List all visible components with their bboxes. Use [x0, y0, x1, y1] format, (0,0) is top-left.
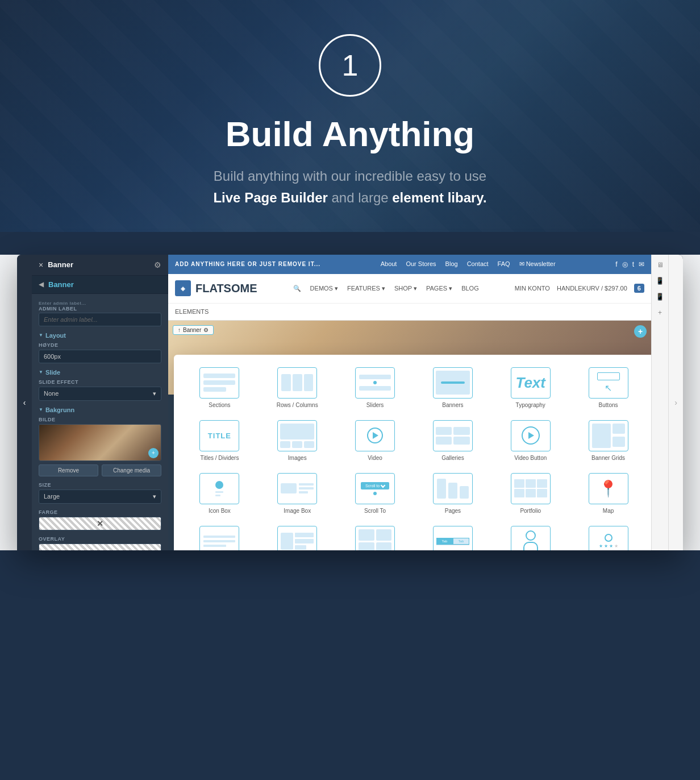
element-testimonials[interactable]: ★ ★ ★ ★ Testimonials: [572, 522, 645, 550]
map-label: Map: [603, 508, 614, 515]
nav-contact[interactable]: Contact: [467, 260, 489, 268]
nav-site-blog[interactable]: BLOG: [461, 285, 479, 292]
height-input[interactable]: 600px: [39, 350, 161, 363]
overlay-group: OVERLAY: [39, 536, 161, 550]
images-label: Images: [288, 455, 307, 462]
close-button[interactable]: ×: [39, 260, 43, 269]
slide-effect-label: SLIDE EFFECT: [39, 379, 161, 385]
nav-faq[interactable]: FAQ: [498, 260, 510, 268]
nav-back-arrow[interactable]: ◀: [39, 280, 44, 288]
banner-label: ↑ Banner ⚙: [173, 325, 214, 335]
element-bannergrids[interactable]: Banner Grids: [572, 417, 645, 465]
nav-shop[interactable]: SHOP ▾: [394, 285, 417, 292]
nav-blog[interactable]: Blog: [445, 260, 458, 268]
element-team[interactable]: Team Member: [494, 522, 567, 550]
mail-icon[interactable]: ✉: [639, 260, 644, 268]
element-sections[interactable]: Sections: [183, 364, 256, 412]
builder-area: ‹ × Banner ⚙ ◀ Banner Enter admin label.…: [0, 255, 700, 550]
rows-columns-icon: [277, 367, 317, 399]
element-sliders[interactable]: Sliders: [339, 364, 412, 412]
element-productcat[interactable]: Product Categories: [261, 522, 334, 550]
builder-left-nav[interactable]: ‹: [17, 255, 32, 550]
element-typography[interactable]: Text Typography: [494, 364, 567, 412]
top-toolbar: ADD ANYTHING HERE OR JUST REMOVE IT... A…: [168, 255, 651, 274]
handlekurv[interactable]: HANDLEKURV / $297.00: [557, 285, 627, 292]
element-tabs[interactable]: Tab Tab Tabs: [416, 522, 489, 550]
nav-stores[interactable]: Our Stores: [406, 260, 436, 268]
element-messagebox[interactable]: Message box: [183, 522, 256, 550]
change-media-button[interactable]: Change media: [102, 464, 161, 476]
element-iconbox[interactable]: Icon Box: [183, 470, 256, 518]
iconbox-icon: [199, 473, 239, 504]
element-banners[interactable]: Banners: [416, 364, 489, 412]
size-group: SIZE Large ▾: [39, 482, 161, 504]
typography-icon: Text: [511, 367, 551, 399]
site-nav-links: 🔍 DEMOS ▾ FEATURES ▾ SHOP ▾ PAGES ▾ BLOG: [293, 285, 479, 292]
remove-button[interactable]: Remove: [39, 464, 98, 476]
elements-nav[interactable]: ELEMENTS: [175, 308, 209, 315]
banner-add-button[interactable]: +: [634, 325, 647, 338]
admin-label-text: Enter admin label...: [39, 301, 161, 306]
farge-label: FARGE: [39, 509, 161, 515]
logo-icon: ◈: [175, 280, 191, 296]
right-desktop-icon[interactable]: 🖥: [655, 259, 666, 271]
tw-icon[interactable]: t: [632, 260, 634, 268]
toolbar-icons: f ◎ t ✉: [615, 260, 644, 268]
titles-label: Titles / Dividers: [200, 455, 239, 462]
right-panel: 🖥 📱 📱 +: [651, 255, 668, 550]
nav-features[interactable]: FEATURES ▾: [347, 285, 385, 292]
sliders-icon: [355, 367, 395, 399]
banner-up-arrow: ↑: [178, 327, 181, 333]
step-number: 1: [342, 48, 359, 82]
element-buttons[interactable]: ↖ Buttons: [572, 364, 645, 412]
banner-area: ↑ Banner ⚙ + ✥ Text Box +: [168, 321, 651, 550]
buttons-label: Buttons: [599, 402, 618, 409]
farge-color-input[interactable]: ✕: [39, 517, 161, 530]
banner-settings-icon[interactable]: ⚙: [203, 327, 209, 333]
element-products[interactable]: Products: [339, 522, 412, 550]
image-button-row: Remove Change media: [39, 464, 161, 476]
element-scrollto[interactable]: Scroll to Scroll To: [339, 470, 412, 518]
min-konto[interactable]: MIN KONTO: [515, 285, 550, 292]
ig-icon[interactable]: ◎: [622, 260, 628, 268]
nav-search-icon[interactable]: 🔍: [293, 285, 301, 292]
builder-layout: ‹ × Banner ⚙ ◀ Banner Enter admin label.…: [17, 255, 683, 550]
right-tablet-icon[interactable]: 📱: [655, 275, 666, 287]
size-select[interactable]: Large ▾: [39, 489, 161, 504]
element-portfolio[interactable]: Portfolio: [494, 470, 567, 518]
buttons-icon: ↖: [589, 367, 628, 399]
element-video[interactable]: Video: [339, 417, 412, 465]
videobutton-label: Video Button: [514, 455, 547, 462]
fb-icon[interactable]: f: [615, 260, 617, 268]
element-rows-columns[interactable]: Rows / Columns: [261, 364, 334, 412]
toolbar-main-text: ADD ANYTHING HERE OR JUST REMOVE IT...: [175, 261, 320, 267]
step-circle: 1: [319, 34, 381, 97]
rows-columns-label: Rows / Columns: [277, 402, 318, 409]
layout-section-header: Layout: [39, 332, 161, 339]
admin-label-heading: ADMIN LABEL: [39, 306, 161, 312]
element-titles[interactable]: TITLE Titles / Dividers: [183, 417, 256, 465]
pages-icon: [433, 473, 473, 504]
right-mobile-icon[interactable]: 📱: [655, 291, 666, 302]
gear-button[interactable]: ⚙: [154, 260, 161, 269]
admin-label-input[interactable]: Enter admin label...: [39, 313, 161, 326]
overlay-color-input[interactable]: [39, 543, 161, 550]
testimonials-icon: ★ ★ ★ ★: [589, 526, 628, 550]
element-galleries[interactable]: Galleries: [416, 417, 489, 465]
right-add-icon[interactable]: +: [655, 307, 666, 318]
slide-effect-select[interactable]: None ▾: [39, 387, 161, 401]
element-imagebox[interactable]: Image Box: [261, 470, 334, 518]
height-label: HØYDE: [39, 342, 161, 348]
element-map[interactable]: 📍 Map: [572, 470, 645, 518]
element-images[interactable]: Images: [261, 417, 334, 465]
hero-subtitle: Build anything with our incredible easy …: [11, 165, 689, 209]
bannergrids-icon: [589, 420, 628, 451]
builder-right-nav[interactable]: ›: [668, 255, 683, 550]
element-videobutton[interactable]: Video Button: [494, 417, 567, 465]
nav-pages[interactable]: PAGES ▾: [426, 285, 452, 292]
element-pages[interactable]: Pages: [416, 470, 489, 518]
nav-newsletter[interactable]: ✉ Newsletter: [519, 260, 556, 268]
nav-about[interactable]: About: [381, 260, 397, 268]
site-nav-right: MIN KONTO HANDLEKURV / $297.00 6: [515, 284, 644, 293]
nav-demos[interactable]: DEMOS ▾: [310, 285, 338, 292]
